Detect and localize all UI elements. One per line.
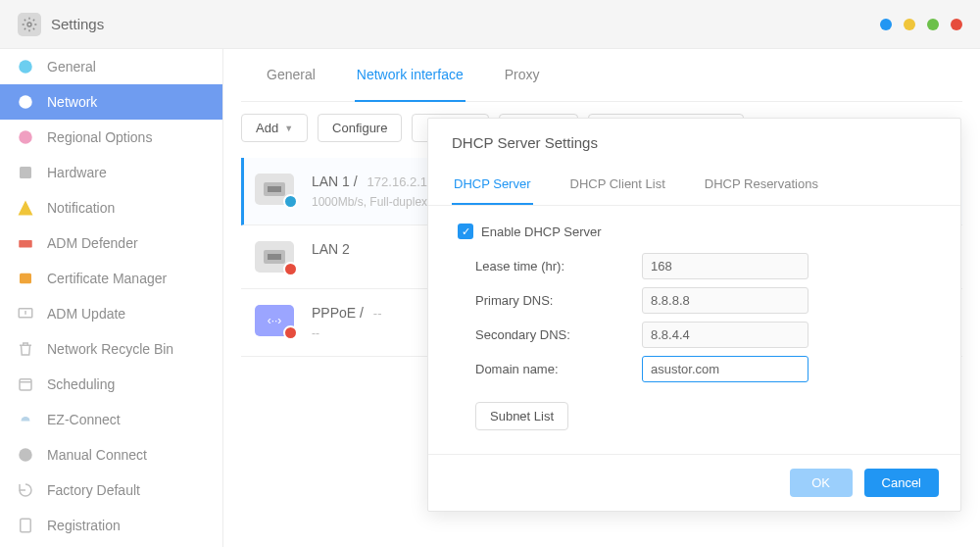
status-ok-icon — [283, 194, 298, 209]
svg-rect-10 — [21, 519, 31, 532]
content-tabs: General Network interface Proxy — [241, 49, 962, 102]
enable-dhcp-checkbox[interactable]: ✓ — [458, 224, 473, 239]
svg-rect-8 — [20, 379, 31, 390]
add-button[interactable]: Add▼ — [241, 114, 308, 142]
interface-ip: -- — [373, 306, 382, 321]
svg-rect-5 — [19, 240, 32, 248]
svg-point-2 — [19, 95, 32, 109]
sidebar-label: ADM Update — [47, 306, 125, 322]
ethernet-icon — [255, 241, 294, 273]
cancel-button[interactable]: Cancel — [864, 469, 939, 497]
status-error-icon — [283, 325, 298, 340]
sidebar-item-registration[interactable]: Registration — [0, 508, 222, 543]
sidebar-label: Hardware — [47, 165, 107, 180]
sidebar: General Network Regional Options Hardwar… — [0, 49, 223, 547]
sidebar-label: Regional Options — [47, 129, 152, 145]
sidebar-item-manual[interactable]: Manual Connect — [0, 437, 222, 472]
tab-proxy[interactable]: Proxy — [503, 49, 542, 102]
sidebar-label: Network — [47, 94, 97, 110]
interface-ip: 172.16.2.11 — [368, 174, 435, 189]
sidebar-item-regional[interactable]: Regional Options — [0, 120, 222, 155]
window-title: Settings — [51, 16, 104, 32]
secondary-dns-label: Secondary DNS: — [475, 327, 642, 342]
sidebar-item-update[interactable]: ADM Update — [0, 296, 222, 331]
enable-dhcp-label: Enable DHCP Server — [481, 224, 602, 239]
tab-general[interactable]: General — [265, 49, 318, 102]
sidebar-label: Factory Default — [47, 482, 140, 498]
sidebar-item-certificate[interactable]: Certificate Manager — [0, 261, 222, 296]
certificate-icon — [16, 269, 35, 288]
sidebar-label: Registration — [47, 518, 121, 533]
sidebar-item-ezconnect[interactable]: EZ-Connect — [0, 402, 222, 437]
domain-name-input[interactable] — [642, 356, 808, 382]
sidebar-label: General — [47, 59, 96, 75]
interface-name: PPPoE — [312, 305, 356, 321]
svg-point-9 — [19, 448, 32, 462]
lease-time-input[interactable] — [642, 253, 808, 279]
sidebar-label: ADM Defender — [47, 235, 138, 251]
status-error-icon — [283, 262, 298, 276]
sidebar-item-notification[interactable]: Notification — [0, 190, 222, 225]
configure-button[interactable]: Configure — [318, 114, 402, 142]
ezconnect-icon — [16, 410, 35, 429]
titlebar: Settings — [0, 0, 980, 49]
recycle-icon — [16, 339, 35, 359]
dialog-tabs: DHCP Server DHCP Client List DHCP Reserv… — [428, 165, 960, 206]
update-icon — [16, 304, 35, 323]
interface-name: LAN 1 — [312, 174, 350, 189]
svg-point-1 — [19, 60, 32, 74]
sidebar-item-network[interactable]: Network — [0, 84, 222, 120]
manual-icon — [16, 445, 35, 465]
svg-rect-4 — [20, 167, 31, 178]
factory-icon — [16, 480, 35, 500]
tab-dhcp-client-list[interactable]: DHCP Client List — [568, 165, 667, 205]
sidebar-item-general[interactable]: General — [0, 49, 222, 84]
lease-time-label: Lease time (hr): — [475, 259, 642, 274]
scheduling-icon — [16, 374, 35, 394]
pppoe-icon: ‹··› — [255, 305, 294, 336]
dialog-footer: OK Cancel — [428, 454, 960, 511]
secondary-dns-input[interactable] — [642, 322, 808, 348]
sidebar-item-factory[interactable]: Factory Default — [0, 472, 222, 508]
settings-icon — [18, 13, 41, 36]
primary-dns-input[interactable] — [642, 287, 808, 314]
window-controls — [880, 19, 962, 30]
svg-rect-6 — [20, 274, 31, 284]
tab-network-interface[interactable]: Network interface — [355, 49, 466, 102]
dialog-title: DHCP Server Settings — [428, 119, 960, 151]
network-icon — [16, 92, 35, 112]
window-dot-blue[interactable] — [880, 19, 892, 30]
tab-dhcp-reservations[interactable]: DHCP Reservations — [703, 165, 820, 205]
sidebar-label: Notification — [47, 200, 115, 216]
general-icon — [16, 57, 35, 76]
primary-dns-label: Primary DNS: — [475, 293, 642, 308]
sidebar-label: Certificate Manager — [47, 271, 167, 286]
regional-icon — [16, 127, 35, 147]
ethernet-icon — [255, 174, 294, 205]
defender-icon — [16, 233, 35, 253]
domain-name-label: Domain name: — [475, 362, 642, 376]
interface-name: LAN 2 — [312, 241, 350, 257]
sidebar-label: Manual Connect — [47, 447, 147, 463]
ok-button[interactable]: OK — [790, 469, 853, 497]
svg-rect-14 — [268, 254, 281, 260]
tab-dhcp-server[interactable]: DHCP Server — [452, 165, 533, 205]
sidebar-label: Network Recycle Bin — [47, 341, 173, 357]
sidebar-item-recycle[interactable]: Network Recycle Bin — [0, 331, 222, 367]
svg-rect-12 — [268, 186, 281, 192]
window-dot-yellow[interactable] — [904, 19, 915, 30]
sidebar-item-scheduling[interactable]: Scheduling — [0, 367, 222, 402]
registration-icon — [16, 516, 35, 535]
sidebar-label: Scheduling — [47, 376, 115, 392]
dhcp-dialog: DHCP Server Settings DHCP Server DHCP Cl… — [427, 118, 961, 512]
sidebar-item-defender[interactable]: ADM Defender — [0, 225, 222, 261]
hardware-icon — [16, 163, 35, 182]
svg-point-0 — [27, 23, 31, 26]
sidebar-label: EZ-Connect — [47, 412, 121, 427]
svg-point-3 — [19, 130, 32, 144]
sidebar-item-hardware[interactable]: Hardware — [0, 155, 222, 190]
notification-icon — [16, 198, 35, 218]
subnet-list-button[interactable]: Subnet List — [475, 402, 568, 430]
window-dot-green[interactable] — [927, 19, 939, 30]
window-dot-red[interactable] — [951, 19, 962, 30]
